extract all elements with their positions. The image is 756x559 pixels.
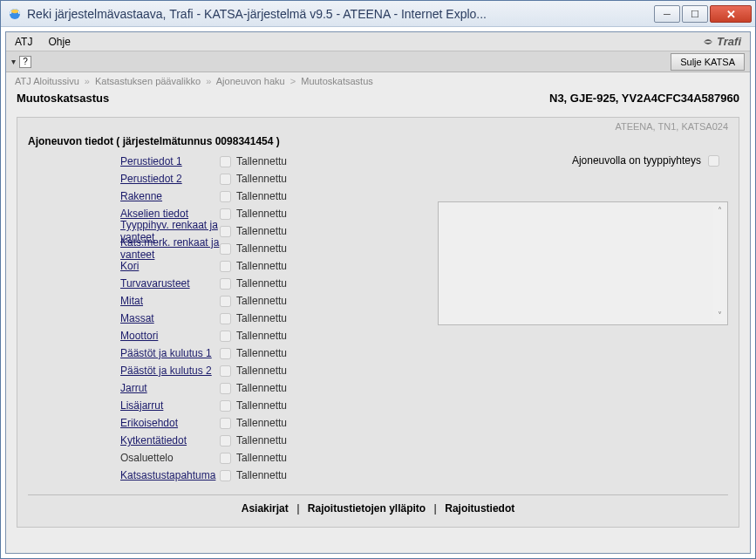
breadcrumb-current: Muutoskatsastus [301,76,373,86]
section-link[interactable]: Moottori [120,330,158,342]
ie-icon [8,7,22,21]
divider [28,494,728,495]
maximize-button[interactable]: ☐ [682,5,708,23]
type-connection-row: Ajoneuvolla on tyyppiyhteys [438,154,728,167]
section-link[interactable]: Kori [120,260,139,272]
table-row: MoottoriTallennettu [28,327,412,344]
saved-checkbox[interactable] [220,191,231,202]
table-row: KatsastustapahtumaTallennettu [28,467,412,484]
type-connection-label: Ajoneuvolla on tyyppiyhteys [572,154,701,167]
table-row: Päästöt ja kulutus 2Tallennettu [28,362,412,379]
breadcrumb-search[interactable]: Ajoneuvon haku [216,76,285,86]
section-link[interactable]: Mitat [120,295,143,307]
saved-label: Tallennettu [236,277,287,290]
saved-checkbox[interactable] [220,453,231,464]
footer-rajoitus-yllapito[interactable]: Rajoitustietojen ylläpito [308,502,426,515]
section-link[interactable]: Lisäjarrut [120,399,163,412]
saved-checkbox[interactable] [220,261,231,272]
breadcrumb-home[interactable]: ATJ Aloitussivu [15,76,79,86]
menu-ohje[interactable]: Ohje [48,36,70,48]
saved-label: Tallennettu [236,452,287,464]
brand-logo: Trafi [702,35,741,48]
type-connection-checkbox[interactable] [708,155,719,167]
notes-textarea[interactable]: ˄ ˅ [438,201,728,325]
section-link[interactable]: Erikoisehdot [120,417,178,429]
table-row: RakenneTallennettu [28,187,412,205]
section-link[interactable]: Kytkentätiedot [120,434,187,447]
table-row: Päästöt ja kulutus 1Tallennettu [28,344,412,362]
menu-atj[interactable]: ATJ [15,36,32,48]
table-row: KoriTallennettu [28,257,412,275]
window-title: Reki järjestelmävastaava, Trafi - KATSA-… [27,7,652,21]
section-link[interactable]: Rakenne [120,190,162,202]
brand-text: Trafi [717,35,741,48]
saved-label: Tallennettu [236,173,287,185]
breadcrumb-menu[interactable]: Katsastuksen päävalikko [95,76,201,86]
saved-checkbox[interactable] [220,174,231,185]
table-row: OsaluetteloTallennettu [28,449,412,467]
menubar: ATJ Ohje Trafi [6,32,750,51]
saved-label: Tallennettu [236,260,287,272]
saved-checkbox[interactable] [220,243,231,255]
saved-checkbox[interactable] [220,156,231,167]
section-link[interactable]: Jarrut [120,382,147,394]
table-row: TurvavarusteetTallennettu [28,275,412,292]
scroll-down-icon[interactable]: ˅ [713,310,725,321]
section-link[interactable]: Akselien tiedot [120,208,188,220]
content-frame: ATJ Ohje Trafi ▾ ? Sulje KATSA ATJ Aloit… [5,31,751,554]
table-row: Kats.merk. renkaat ja vanteetTallennettu [28,240,412,257]
header-row: Muutoskatsastus N3, GJE-925, YV2A4CFC34A… [6,90,750,112]
saved-checkbox[interactable] [220,226,231,237]
table-row: MassatTallennettu [28,310,412,327]
saved-checkbox[interactable] [220,296,231,307]
saved-label: Tallennettu [236,155,287,167]
table-row: Perustiedot 1Tallennettu [28,153,412,170]
saved-label: Tallennettu [236,347,287,359]
saved-label: Tallennettu [236,382,287,394]
section-link[interactable]: Päästöt ja kulutus 1 [120,347,212,359]
table-row: ErikoisehdotTallennettu [28,414,412,432]
close-button[interactable]: ✕ [710,5,752,23]
saved-checkbox[interactable] [220,383,231,394]
section-link[interactable]: Katsastustapahtuma [120,469,215,481]
scroll-up-icon[interactable]: ˄ [713,206,725,216]
footer-asiakirjat[interactable]: Asiakirjat [242,502,289,515]
saved-checkbox[interactable] [220,313,231,324]
section-link[interactable]: Perustiedot 1 [120,155,182,167]
saved-checkbox[interactable] [220,418,231,429]
saved-checkbox[interactable] [220,365,231,377]
saved-checkbox[interactable] [220,435,231,447]
saved-label: Tallennettu [236,208,287,220]
section-title: Ajoneuvon tiedot ( järjestelmätunnus 009… [28,135,728,147]
section-link[interactable]: Perustiedot 2 [120,173,182,185]
saved-label: Tallennettu [236,242,287,255]
panel-meta: ATEENA, TN1, KATSA024 [615,121,728,132]
saved-label: Tallennettu [236,434,287,447]
saved-checkbox[interactable] [220,400,231,412]
footer-links: Asiakirjat | Rajoitustietojen ylläpito |… [28,502,728,515]
dropdown-arrow-icon[interactable]: ▾ [11,57,16,66]
scrollbar[interactable]: ˄ ˅ [713,206,725,321]
section-link[interactable]: Päästöt ja kulutus 2 [120,365,212,377]
saved-label: Tallennettu [236,365,287,377]
section-link[interactable]: Turvavarusteet [120,277,190,290]
section-link[interactable]: Massat [120,312,154,324]
saved-label: Tallennettu [236,417,287,429]
close-system-button[interactable]: Sulje KATSA [671,53,745,71]
saved-checkbox[interactable] [220,278,231,290]
saved-checkbox[interactable] [220,331,231,342]
svg-point-1 [11,9,18,12]
saved-checkbox[interactable] [220,208,231,220]
saved-label: Tallennettu [236,295,287,307]
saved-label: Tallennettu [236,399,287,412]
table-row: JarrutTallennettu [28,379,412,397]
titlebar: Reki järjestelmävastaava, Trafi - KATSA-… [1,1,755,27]
minimize-button[interactable]: ─ [654,5,680,23]
help-icon[interactable]: ? [19,56,31,68]
saved-checkbox[interactable] [220,348,231,359]
app-window: Reki järjestelmävastaava, Trafi - KATSA-… [0,0,756,559]
footer-rajoitustiedot[interactable]: Rajoitustiedot [445,502,514,515]
section-link[interactable]: Kats.merk. renkaat ja vanteet [120,236,219,261]
saved-checkbox[interactable] [220,470,231,481]
section-label: Osaluettelo [120,452,174,464]
